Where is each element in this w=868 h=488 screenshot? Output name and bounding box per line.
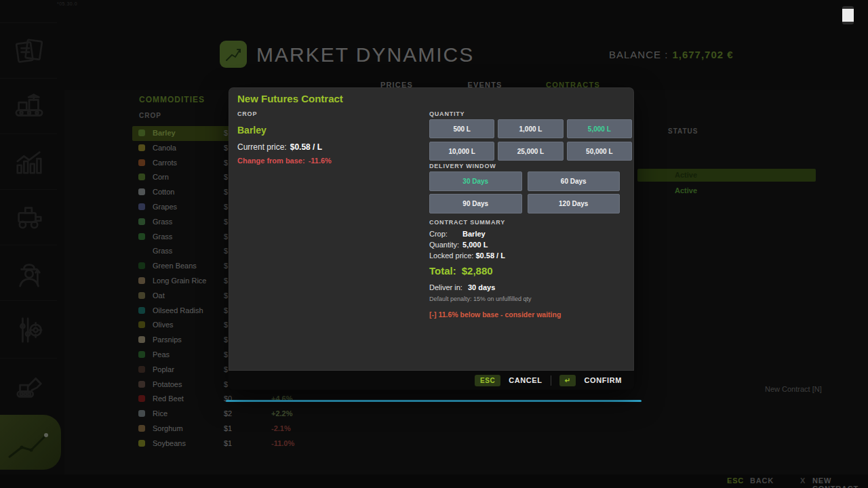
delivery-window-option-button[interactable]: 30 Days bbox=[429, 171, 522, 191]
quantity-option-button[interactable]: 5,000 L bbox=[567, 119, 632, 138]
deliver-in-line: Deliver in:30 days bbox=[429, 283, 495, 291]
delivery-window-option-button[interactable]: 90 Days bbox=[429, 194, 522, 214]
deliver-in-value: 30 days bbox=[468, 283, 495, 291]
contract-summary-label: CONTRACT SUMMARY bbox=[429, 219, 505, 226]
change-value: -11.6% bbox=[309, 157, 332, 165]
quantity-option-button[interactable]: 1,000 L bbox=[498, 119, 563, 138]
quantity-options: 500 L 1,000 L 5,000 L 10,000 L 25,000 L … bbox=[429, 119, 632, 161]
change-from-base-line: Change from base:-11.6% bbox=[237, 157, 332, 165]
contract-summary-rows: Crop: Barley Quantity: 5,000 L Locked pr… bbox=[429, 230, 505, 262]
total-label: Total: bbox=[429, 265, 456, 277]
summary-row-label: Locked price: bbox=[429, 251, 473, 260]
delivery-window-options: 30 Days 60 Days 90 Days 120 Days bbox=[429, 171, 620, 214]
esc-key-badge: ESC bbox=[475, 375, 500, 386]
quantity-option-button[interactable]: 10,000 L bbox=[429, 142, 494, 161]
divider bbox=[551, 375, 551, 386]
delivery-window-option-button[interactable]: 60 Days bbox=[528, 171, 620, 191]
summary-row-value: $0.58 / L bbox=[476, 251, 505, 260]
enter-key-badge: ↵ bbox=[559, 375, 576, 386]
confirm-button[interactable]: CONFIRM bbox=[584, 376, 622, 384]
default-penalty-note: Default penalty: 15% on unfulfilled qty bbox=[429, 296, 532, 302]
summary-row: Quantity: 5,000 L bbox=[429, 241, 505, 251]
summary-row: Locked price: $0.58 / L bbox=[429, 251, 505, 262]
dialog-body: New Futures Contract CROP Barley Current… bbox=[229, 87, 634, 371]
selected-crop-name: Barley bbox=[237, 125, 267, 136]
delivery-window-section-label: DELIVERY WINDOW bbox=[429, 163, 496, 169]
phone-status-icon bbox=[842, 6, 854, 24]
quantity-option-button[interactable]: 500 L bbox=[429, 119, 494, 138]
summary-row-label: Crop: bbox=[429, 230, 460, 238]
game-screen: *05.30.0 bbox=[0, 0, 868, 488]
current-price-value: $0.58 / L bbox=[290, 142, 322, 152]
price-warning-message: [-] 11.6% below base - consider waiting bbox=[429, 310, 561, 319]
total-line: Total:$2,880 bbox=[429, 265, 493, 277]
quantity-option-button[interactable]: 25,000 L bbox=[498, 142, 563, 161]
summary-row-value: 5,000 L bbox=[462, 241, 488, 249]
cancel-button[interactable]: CANCEL bbox=[509, 376, 542, 384]
dialog-footer: ESC CANCEL ↵ CONFIRM bbox=[229, 371, 634, 390]
dialog-title: New Futures Contract bbox=[237, 93, 343, 104]
current-price-line: Current price:$0.58 / L bbox=[237, 142, 322, 152]
new-futures-contract-dialog: New Futures Contract CROP Barley Current… bbox=[229, 87, 634, 390]
quantity-section-label: QUANTITY bbox=[429, 110, 465, 117]
total-value: $2,880 bbox=[462, 265, 493, 277]
summary-row-value: Barley bbox=[462, 230, 486, 238]
change-label: Change from base: bbox=[237, 157, 305, 165]
delivery-window-option-button[interactable]: 120 Days bbox=[528, 194, 620, 214]
crop-section-label: CROP bbox=[237, 110, 257, 117]
summary-row: Crop: Barley bbox=[429, 230, 505, 241]
selection-indicator-line bbox=[226, 400, 642, 402]
summary-row-label: Quantity: bbox=[429, 241, 460, 249]
current-price-label: Current price: bbox=[237, 142, 287, 152]
deliver-in-label: Deliver in: bbox=[429, 283, 462, 291]
quantity-option-button[interactable]: 50,000 L bbox=[567, 142, 632, 161]
